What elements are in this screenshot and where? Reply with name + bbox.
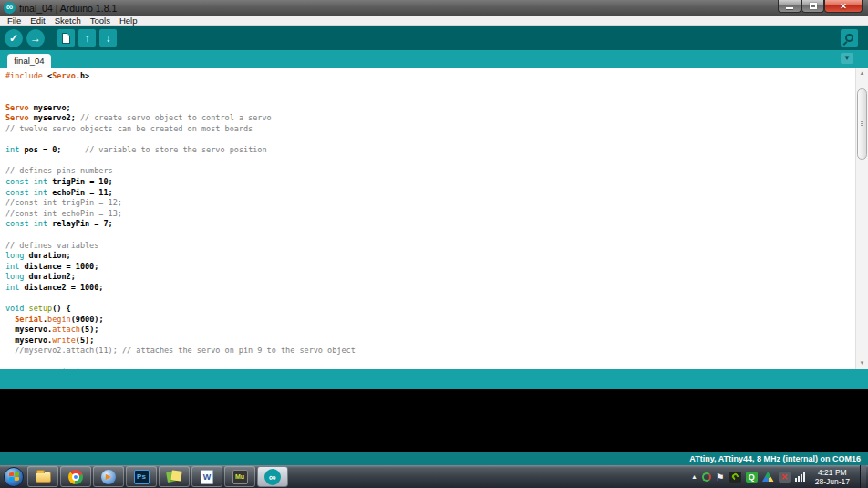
- sync-tray-icon[interactable]: [702, 472, 711, 482]
- upload-button[interactable]: →: [26, 29, 45, 47]
- arduino-logo-icon: ∞: [4, 2, 16, 14]
- menu-bar: FileEditSketchToolsHelp: [0, 16, 868, 26]
- code-line: //myservo2.attach(11); // attaches the s…: [5, 346, 868, 357]
- code-area[interactable]: #include <Servo.h> Servo myservo;Servo m…: [0, 68, 868, 369]
- code-editor[interactable]: #include <Servo.h> Servo myservo;Servo m…: [0, 68, 868, 369]
- code-line: myservo.write(5);: [5, 336, 868, 347]
- code-line: [5, 357, 868, 368]
- disabled-device-tray-icon[interactable]: ✕: [779, 472, 790, 483]
- windows-flag-icon: [9, 472, 19, 482]
- new-document-icon: [62, 33, 70, 44]
- menu-help[interactable]: Help: [115, 16, 142, 26]
- code-line: const int trigPin = 10;: [5, 177, 868, 188]
- taskbar-arduino-active[interactable]: ∞: [257, 466, 288, 487]
- menu-sketch[interactable]: Sketch: [50, 16, 86, 26]
- code-line: void setup() {: [5, 304, 868, 315]
- taskbar-explorer[interactable]: [27, 466, 58, 487]
- sticky-notes-icon: [167, 471, 181, 483]
- code-line: // defines variables: [5, 241, 868, 252]
- code-line: myservo.attach(5);: [5, 325, 868, 336]
- menu-tools[interactable]: Tools: [86, 16, 115, 26]
- code-line: long duration2;: [5, 272, 868, 283]
- muse-icon: Mu: [232, 470, 248, 484]
- save-button[interactable]: ↓: [99, 29, 117, 47]
- start-button[interactable]: [4, 467, 24, 487]
- code-line: long duration;: [5, 251, 868, 262]
- action-center-flag-icon[interactable]: ⚑: [716, 472, 725, 483]
- clock-date: 28-Jun-17: [815, 477, 850, 486]
- code-line: Servo myservo2; // create servo object t…: [5, 113, 868, 124]
- code-line: pinMode(trigPin, OUTPUT); // Sets the tr…: [5, 368, 868, 369]
- screen: ∞ final_04 | Arduino 1.8.1 ✕ FileEditSke…: [0, 0, 868, 488]
- open-button[interactable]: ↑: [78, 29, 96, 47]
- editor-scrollbar[interactable]: ▲ ▼: [855, 68, 868, 369]
- show-hidden-icons-button[interactable]: ▲: [691, 472, 698, 483]
- maximize-button[interactable]: [801, 0, 824, 13]
- title-bar: ∞ final_04 | Arduino 1.8.1 ✕: [0, 0, 868, 16]
- google-drive-tray-icon[interactable]: [762, 472, 774, 483]
- taskbar-muse[interactable]: Mu: [224, 466, 255, 487]
- clock[interactable]: 4:21 PM 28-Jun-17: [815, 468, 850, 486]
- show-desktop-button[interactable]: [860, 465, 866, 488]
- code-line: [5, 82, 868, 93]
- clock-time: 4:21 PM: [815, 468, 850, 477]
- taskbar-chrome[interactable]: [60, 466, 91, 487]
- code-line: int distance2 = 1000;: [5, 283, 868, 294]
- arduino-icon: ∞: [264, 469, 281, 485]
- window-controls: ✕: [778, 0, 863, 13]
- code-line: [5, 92, 868, 103]
- down-arrow-icon: ↓: [106, 32, 111, 45]
- scroll-up-arrow-icon[interactable]: ▲: [856, 68, 868, 78]
- code-line: [5, 230, 868, 241]
- window-title: final_04 | Arduino 1.8.1: [19, 3, 117, 14]
- tab-final-04[interactable]: final_04: [7, 54, 51, 68]
- scroll-down-arrow-icon[interactable]: ▼: [856, 358, 868, 369]
- code-line: int distance = 1000;: [5, 262, 868, 273]
- minimize-icon: [786, 7, 793, 9]
- nvidia-tray-icon[interactable]: [729, 472, 741, 483]
- code-line: // twelve servo objects can be created o…: [5, 124, 868, 135]
- code-line: const int relayPin = 7;: [5, 219, 868, 230]
- scrollbar-thumb[interactable]: [857, 88, 867, 160]
- tab-bar: final_04 ▼: [0, 50, 868, 68]
- close-button[interactable]: ✕: [824, 0, 863, 13]
- check-icon: ✓: [9, 32, 18, 45]
- tab-list-dropdown-button[interactable]: ▼: [841, 53, 853, 64]
- taskbar-sticky-notes[interactable]: [159, 466, 190, 487]
- q-tray-icon[interactable]: Q: [746, 472, 758, 483]
- menu-edit[interactable]: Edit: [26, 16, 49, 26]
- code-line: //const int trigPin = 12;: [5, 198, 868, 209]
- photoshop-icon: Ps: [134, 470, 150, 484]
- code-line: [5, 135, 868, 146]
- toolbar: ✓ → ↑ ↓: [0, 26, 868, 50]
- folder-icon: [36, 472, 51, 483]
- code-line: #include <Servo.h>: [5, 71, 868, 82]
- code-line: // defines pins numbers: [5, 166, 868, 177]
- menu-file[interactable]: File: [3, 16, 26, 26]
- right-arrow-icon: →: [30, 32, 41, 45]
- code-line: [5, 293, 868, 304]
- code-line: //const int echoPin = 13;: [5, 209, 868, 220]
- new-sketch-button[interactable]: [57, 29, 75, 47]
- console-output: [0, 389, 868, 452]
- status-bar: ATtiny, ATtiny44, 8 MHz (internal) on CO…: [0, 452, 868, 465]
- maximize-icon: [810, 3, 817, 9]
- board-info: ATtiny, ATtiny44, 8 MHz (internal) on CO…: [689, 454, 861, 463]
- system-tray: ▲ ⚑ Q ✕ 4:21 PM 28-Jun-17: [691, 465, 866, 488]
- chrome-icon: [68, 470, 83, 484]
- media-player-icon: ▶: [101, 470, 116, 484]
- taskbar-photoshop[interactable]: Ps: [126, 466, 157, 487]
- serial-monitor-button[interactable]: [841, 29, 858, 47]
- code-line: Serial.begin(9600);: [5, 315, 868, 326]
- network-signal-icon[interactable]: [795, 472, 805, 482]
- taskbar-word[interactable]: W: [191, 466, 222, 487]
- code-line: Servo myservo;: [5, 103, 868, 114]
- minimize-button[interactable]: [778, 0, 801, 13]
- taskbar: ▶ Ps W Mu ∞ ▲ ⚑ Q ✕ 4:21 PM 28-Jun-17: [0, 465, 868, 488]
- magnifier-icon: [845, 34, 853, 42]
- code-line: [5, 156, 868, 167]
- verify-button[interactable]: ✓: [5, 29, 23, 47]
- up-arrow-icon: ↑: [85, 32, 90, 45]
- taskbar-media-player[interactable]: ▶: [93, 466, 124, 487]
- code-line: const int echoPin = 11;: [5, 188, 868, 199]
